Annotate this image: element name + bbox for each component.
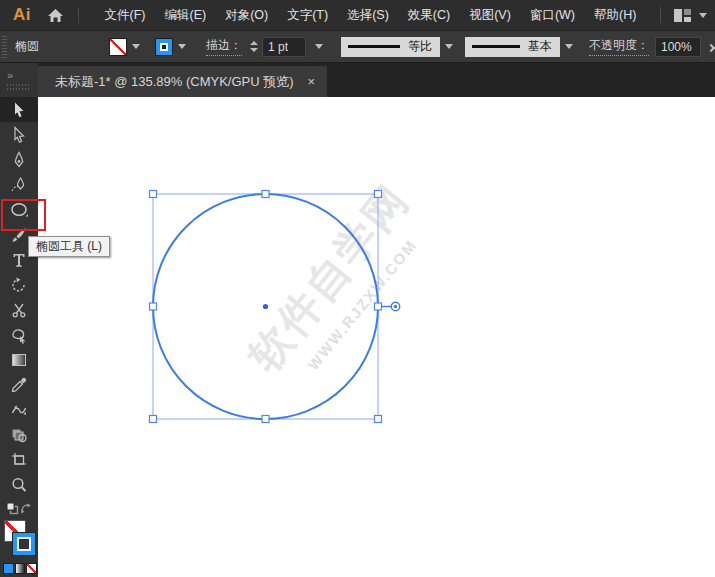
menu-separator [660, 7, 661, 23]
workspace-switcher-icon[interactable] [674, 9, 707, 22]
toolbar [0, 97, 38, 577]
profile-chevron-icon[interactable] [445, 44, 453, 49]
toolbar-header: » [0, 63, 38, 97]
artboard-tool[interactable] [0, 447, 38, 472]
none-diagonal-icon [27, 564, 36, 573]
menu-view[interactable]: 视图(V) [460, 0, 521, 30]
gradient-button[interactable] [15, 563, 26, 574]
blend-tool[interactable] [0, 397, 38, 422]
curvature-tool[interactable] [0, 172, 38, 197]
brush-line-icon [472, 45, 520, 48]
stroke-weight-label[interactable]: 描边： [206, 37, 242, 56]
stroke-weight-stepper[interactable] [250, 41, 258, 52]
canvas[interactable]: 软件自学网 WWW.RJZXW.COM [38, 97, 715, 577]
shaper-tool[interactable] [0, 322, 38, 347]
fill-stroke-proxies [0, 520, 38, 560]
stroke-color-swatch[interactable] [155, 38, 173, 56]
selected-ellipse-artwork[interactable] [38, 97, 715, 577]
width-profile-value: 等比 [408, 38, 432, 55]
menu-separator [78, 7, 79, 23]
tab-close-icon[interactable]: × [308, 74, 316, 89]
opacity-label[interactable]: 不透明度： [589, 37, 649, 56]
pie-widget-dot [394, 305, 397, 308]
opacity-input[interactable]: 100% [655, 37, 701, 57]
menu-object[interactable]: 对象(O) [216, 0, 278, 30]
document-tab[interactable]: 未标题-1* @ 135.89% (CMYK/GPU 预览) × [38, 66, 327, 97]
stroke-proxy-blue[interactable] [13, 533, 35, 555]
none-diagonal-icon [110, 39, 126, 55]
eyedropper-tool[interactable] [0, 372, 38, 397]
center-point [263, 304, 268, 309]
tooltip: 椭圆工具 (L) [28, 236, 110, 257]
menu-items: 文件(F) 编辑(E) 对象(O) 文字(T) 选择(S) 效果(C) 视图(V… [95, 0, 646, 30]
layout-grid-icon [674, 9, 691, 22]
menu-bar: Ai 文件(F) 编辑(E) 对象(O) 文字(T) 选择(S) 效果(C) 视… [0, 0, 715, 30]
tool-context-label: 椭圆 [15, 38, 101, 55]
brush-chevron-icon[interactable] [565, 44, 573, 49]
menu-file[interactable]: 文件(F) [95, 0, 155, 30]
illustrator-window: Ai 文件(F) 编辑(E) 对象(O) 文字(T) 选择(S) 效果(C) 视… [0, 0, 715, 577]
menu-window[interactable]: 窗口(W) [520, 0, 584, 30]
document-tab-title: 未标题-1* @ 135.89% (CMYK/GPU 预览) [55, 73, 294, 91]
shape-builder-tool[interactable] [0, 422, 38, 447]
default-fill-stroke-icon[interactable] [6, 501, 19, 519]
chevron-down-icon [699, 13, 707, 18]
ai-logo: Ai [13, 5, 31, 25]
brush-definition-value: 基本 [528, 38, 552, 55]
menu-help[interactable]: 帮助(H) [585, 0, 646, 30]
options-bar: 椭圆 描边： 1 pt 等比 基本 不透明度： 100% [0, 30, 715, 63]
gradient-tool[interactable] [0, 347, 38, 372]
menu-edit[interactable]: 编辑(E) [155, 0, 216, 30]
fill-dropdown-chevron-icon[interactable] [132, 44, 140, 49]
rotate-tool[interactable] [0, 272, 38, 297]
stroke-dropdown-chevron-icon[interactable] [178, 44, 186, 49]
fill-none-swatch[interactable] [109, 38, 127, 56]
collapse-panel-icon[interactable]: » [7, 69, 12, 81]
stroke-weight-chevron-icon[interactable] [315, 44, 323, 49]
fill-stroke-mini-controls [0, 502, 38, 518]
pen-tool[interactable] [0, 147, 38, 172]
scissors-tool[interactable] [0, 297, 38, 322]
zoom-tool[interactable] [0, 472, 38, 497]
direct-selection-tool[interactable] [0, 122, 38, 147]
stepper-down-icon[interactable] [250, 48, 258, 52]
selection-tool[interactable] [0, 97, 38, 122]
color-mode-buttons [3, 563, 37, 575]
home-icon[interactable] [47, 8, 64, 23]
stroke-ring-icon [160, 43, 168, 51]
menu-effect[interactable]: 效果(C) [398, 0, 459, 30]
profile-line-icon [348, 45, 400, 48]
swap-fill-stroke-icon[interactable] [20, 501, 32, 519]
menu-select[interactable]: 选择(S) [338, 0, 399, 30]
color-button[interactable] [3, 563, 14, 574]
toolbar-grip-icon[interactable] [7, 84, 31, 90]
options-overflow-icon[interactable] [708, 39, 714, 54]
tooltip-text: 椭圆工具 (L) [36, 238, 102, 255]
document-tab-bar: 未标题-1* @ 135.89% (CMYK/GPU 预览) × [38, 63, 715, 97]
red-highlight-box [1, 199, 46, 231]
width-profile-select[interactable]: 等比 [341, 37, 440, 57]
none-button[interactable] [26, 563, 37, 574]
panel-grip-icon[interactable] [2, 36, 7, 58]
menu-type[interactable]: 文字(T) [278, 0, 338, 30]
brush-definition-select[interactable]: 基本 [465, 37, 560, 57]
stepper-up-icon[interactable] [250, 41, 258, 45]
stroke-weight-input[interactable]: 1 pt [262, 37, 306, 57]
